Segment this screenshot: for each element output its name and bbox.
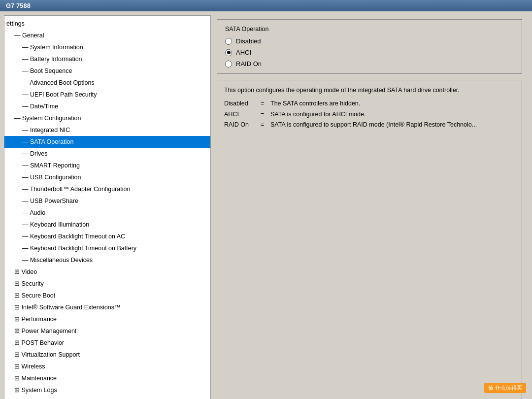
sidebar-item-advanced-boot-options[interactable]: — Advanced Boot Options xyxy=(4,77,210,89)
sidebar-item-usb-configuration[interactable]: — USB Configuration xyxy=(4,171,210,183)
description-row: AHCI=SATA is configured for AHCI mode. xyxy=(224,109,515,120)
radio-item-disabled[interactable]: Disabled xyxy=(225,37,514,45)
radio-item-ahci[interactable]: AHCI xyxy=(225,49,514,56)
sidebar-item-usb-powershare[interactable]: — USB PowerShare xyxy=(4,195,210,207)
desc-eq: = xyxy=(261,109,268,120)
sidebar-item-keyboard-backlight-ac[interactable]: — Keyboard Backlight Timeout on AC xyxy=(4,231,210,242)
desc-key: RAID On xyxy=(224,120,259,130)
radio-circle-raid-on xyxy=(225,61,232,67)
main-content: ettings— General— System Information— Ba… xyxy=(0,11,532,399)
description-box: This option configures the operating mod… xyxy=(217,80,522,399)
sidebar-item-post-behavior[interactable]: ⊞ POST Behavior xyxy=(4,337,210,349)
radio-label-ahci: AHCI xyxy=(236,49,251,56)
sidebar-item-uefi-boot-path-security[interactable]: — UEFI Boot Path Security xyxy=(4,89,210,100)
desc-key: AHCI xyxy=(224,109,259,120)
desc-val: SATA is configured for AHCI mode. xyxy=(270,109,515,120)
sidebar-item-battery-information[interactable]: — Battery Information xyxy=(4,53,210,65)
sidebar-item-security[interactable]: ⊞ Security xyxy=(4,278,210,290)
radio-label-disabled: Disabled xyxy=(236,37,261,45)
desc-val: SATA is configured to support RAID mode … xyxy=(270,120,515,130)
sidebar-item-performance[interactable]: ⊞ Performance xyxy=(4,313,210,325)
watermark: 值 什么值得买 xyxy=(484,383,526,393)
sidebar-item-system-logs[interactable]: ⊞ System Logs xyxy=(4,384,210,396)
sata-operation-title: SATA Operation xyxy=(225,26,514,33)
radio-item-raid-on[interactable]: RAID On xyxy=(225,60,514,67)
radio-group: DisabledAHCIRAID On xyxy=(225,37,514,67)
right-panel: SATA Operation DisabledAHCIRAID On This … xyxy=(211,15,528,399)
radio-label-raid-on: RAID On xyxy=(236,60,262,67)
desc-val: The SATA controllers are hidden. xyxy=(270,99,515,109)
sidebar-item-secure-boot[interactable]: ⊞ Secure Boot xyxy=(4,290,210,301)
sidebar-item-miscellaneous-devices[interactable]: — Miscellaneous Devices xyxy=(4,254,210,266)
desc-eq: = xyxy=(261,99,268,109)
description-table: Disabled=The SATA controllers are hidden… xyxy=(224,99,515,130)
desc-key: Disabled xyxy=(224,99,259,109)
sidebar-item-keyboard-illumination[interactable]: — Keyboard Illumination xyxy=(4,219,210,231)
description-row: Disabled=The SATA controllers are hidden… xyxy=(224,99,515,109)
topbar-title: G7 7588 xyxy=(6,2,31,9)
desc-eq: = xyxy=(261,120,268,130)
radio-circle-disabled xyxy=(225,38,232,45)
sidebar-item-general[interactable]: — General xyxy=(4,30,210,41)
sidebar-item-smart-reporting[interactable]: — SMART Reporting xyxy=(4,160,210,171)
sidebar-item-video[interactable]: ⊞ Video xyxy=(4,266,210,278)
sidebar-item-settings[interactable]: ettings xyxy=(4,18,210,30)
sidebar-item-system-information[interactable]: — System Information xyxy=(4,41,210,53)
sata-operation-box: SATA Operation DisabledAHCIRAID On xyxy=(217,19,522,74)
sidebar-item-power-management[interactable]: ⊞ Power Management xyxy=(4,325,210,337)
description-intro: This option configures the operating mod… xyxy=(224,85,515,96)
sidebar-item-virtualization-support[interactable]: ⊞ Virtualization Support xyxy=(4,349,210,361)
sidebar-item-maintenance[interactable]: ⊞ Maintenance xyxy=(4,372,210,384)
sidebar-item-supportassist[interactable]: ⊞ SupportAssist System Resolution xyxy=(4,396,210,399)
sidebar-item-intel-software-guard[interactable]: ⊞ Intel® Software Guard Extensions™ xyxy=(4,301,210,313)
sidebar-item-date-time[interactable]: — Date/Time xyxy=(4,100,210,112)
sidebar-item-boot-sequence[interactable]: — Boot Sequence xyxy=(4,65,210,77)
sidebar-item-audio[interactable]: — Audio xyxy=(4,207,210,219)
topbar: G7 7588 xyxy=(0,0,532,11)
description-row: RAID On=SATA is configured to support RA… xyxy=(224,120,515,130)
sidebar-item-wireless[interactable]: ⊞ Wireless xyxy=(4,361,210,372)
sidebar-item-integrated-nic[interactable]: — Integrated NIC xyxy=(4,124,210,136)
sidebar-item-drives[interactable]: — Drives xyxy=(4,148,210,160)
sidebar-item-keyboard-backlight-battery[interactable]: — Keyboard Backlight Timeout on Battery xyxy=(4,242,210,254)
sidebar-item-thunderbolt-adapter[interactable]: — Thunderbolt™ Adapter Configuration xyxy=(4,183,210,195)
left-panel: ettings— General— System Information— Ba… xyxy=(4,15,211,399)
sidebar-item-system-configuration[interactable]: — System Configuration xyxy=(4,112,210,124)
sidebar-item-sata-operation[interactable]: — SATA Operation xyxy=(4,136,210,148)
radio-circle-ahci xyxy=(225,49,232,56)
